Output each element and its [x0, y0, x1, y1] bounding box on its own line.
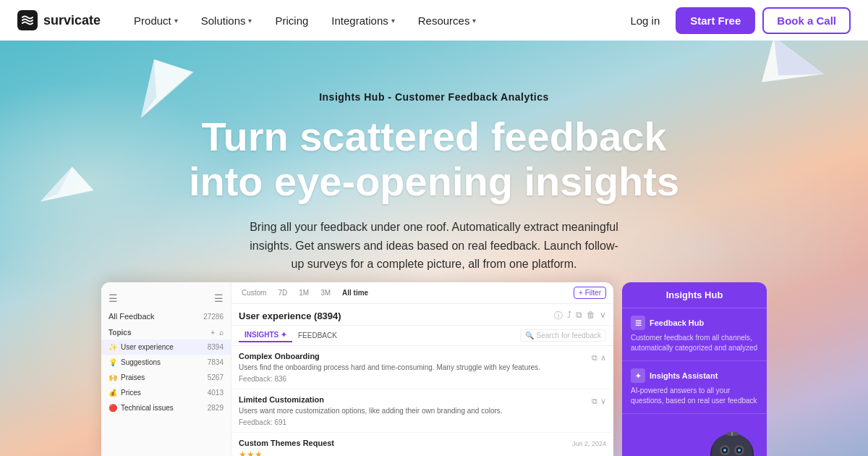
insight-item: Custom Themes Request ★★★ Jun 2, 2024	[231, 433, 613, 456]
topic-count: 5267	[208, 373, 224, 381]
expand-icon[interactable]: ⧉	[592, 397, 597, 406]
insight-item: Complex Onboarding Users find the onboar…	[231, 346, 613, 389]
delete-icon[interactable]: 🗑	[587, 310, 595, 322]
filter-icon: +	[579, 289, 583, 297]
svg-point-15	[738, 449, 741, 452]
all-feedback-label: All Feedback	[109, 312, 155, 321]
expand-icon[interactable]: ⧉	[592, 353, 597, 363]
svg-point-14	[723, 449, 726, 452]
share-icon[interactable]: ⤴	[567, 310, 571, 322]
topic-emoji: 🙌	[109, 373, 117, 381]
nav-resources[interactable]: Resources ▾	[408, 9, 487, 33]
toolbar-alltime[interactable]: All time	[339, 287, 371, 298]
logo-icon	[17, 10, 38, 30]
assistant-icon: ✦	[631, 368, 645, 383]
hub-assistant-item: ✦ Insights Assistant AI-powered answers …	[622, 361, 767, 414]
hero-subtitle: Insights Hub - Customer Feedback Analyti…	[319, 91, 549, 103]
toolbar-7d[interactable]: 7D	[275, 287, 290, 298]
dashboard-sidebar: ☰ ☰ All Feedback 27286 Topics + ⌕ ✨	[101, 282, 231, 456]
logo-text: survicate	[43, 13, 101, 28]
topic-item[interactable]: 🙌 Praises 5267	[101, 370, 231, 385]
navbar: survicate Product ▾ Solutions ▾ Pricing …	[0, 0, 868, 41]
topic-emoji: 💰	[109, 389, 117, 397]
nav-pricing[interactable]: Pricing	[265, 9, 318, 33]
topic-header-row: User experience (8394) ⓘ ⤴ ⧉ 🗑 ∨	[231, 304, 613, 326]
insight-feedback-count: Feedback: 691	[239, 418, 587, 426]
svg-point-9	[712, 434, 752, 456]
nav-right: Log in Start Free Book a Call	[621, 7, 851, 34]
search-icon: 🔍	[525, 332, 534, 339]
info-icon[interactable]: ⓘ	[554, 310, 563, 322]
feedback-hub-icon: ☰	[631, 316, 645, 330]
toggle-icon[interactable]: ∧	[600, 353, 606, 363]
topic-item[interactable]: 💰 Prices 4013	[101, 385, 231, 400]
topic-count: 8394	[208, 343, 224, 351]
login-button[interactable]: Log in	[621, 9, 668, 33]
hub-assistant-desc: AI-powered answers to all your questions…	[631, 386, 758, 406]
toolbar-3m[interactable]: 3M	[318, 287, 333, 298]
toolbar-1m[interactable]: 1M	[296, 287, 312, 298]
insight-title: Complex Onboarding	[239, 352, 587, 360]
dashboard-main: Custom 7D 1M 3M All time + + Filter Filt…	[231, 282, 613, 456]
insight-desc: Users want more customization options, l…	[239, 406, 587, 416]
dashboard-preview: ☰ ☰ All Feedback 27286 Topics + ⌕ ✨	[101, 282, 767, 456]
tab-feedback[interactable]: FEEDBACK	[292, 329, 343, 342]
search-topic-icon[interactable]: ⌕	[219, 329, 224, 337]
topic-item[interactable]: ✨ User experience 8394	[101, 339, 231, 355]
topic-title: User experience (8394)	[239, 311, 341, 321]
chevron-down-icon: ▾	[472, 17, 476, 25]
nav-integrations[interactable]: Integrations ▾	[321, 9, 404, 33]
chevron-down-icon: ▾	[174, 17, 178, 25]
add-topic-icon[interactable]: +	[210, 329, 215, 337]
date-label: Jun 2, 2024	[572, 440, 606, 447]
search-feedback[interactable]: 🔍 Search for feedback	[520, 329, 607, 342]
expand-icon[interactable]: ∨	[600, 310, 606, 322]
insight-title: Custom Themes Request	[239, 439, 568, 447]
hub-feedback-desc: Customer feedback from all channels, aut…	[631, 333, 758, 353]
all-feedback-count: 27286	[203, 313, 224, 321]
topic-count: 4013	[208, 389, 224, 397]
insight-desc: Users find the onboarding process hard a…	[239, 363, 587, 373]
topic-emoji: 💡	[109, 358, 117, 366]
insight-title: Limited Customization	[239, 395, 587, 404]
topic-actions: ⓘ ⤴ ⧉ 🗑 ∨	[554, 310, 606, 322]
hero-section: Insights Hub - Customer Feedback Analyti…	[0, 0, 868, 456]
book-call-button[interactable]: Book a Call	[762, 7, 851, 34]
nav-links: Product ▾ Solutions ▾ Pricing Integratio…	[124, 9, 621, 33]
all-feedback-row: All Feedback 27286	[101, 308, 231, 324]
nav-product[interactable]: Product ▾	[124, 9, 188, 33]
topic-item[interactable]: 💡 Suggestions 7834	[101, 355, 231, 370]
topic-count: 7834	[208, 358, 224, 366]
filter-button[interactable]: + + Filter Filter	[574, 287, 606, 299]
robot-illustration	[622, 414, 767, 456]
topics-header: Topics + ⌕	[101, 324, 231, 339]
topic-name: Suggestions	[121, 358, 161, 366]
insights-hub-title: Insights Hub	[622, 282, 767, 308]
logo[interactable]: survicate	[17, 10, 101, 30]
chevron-down-icon: ▾	[391, 17, 395, 25]
hero-title: Turn scattered feedback into eye-opening…	[189, 114, 679, 203]
copy-icon[interactable]: ⧉	[576, 310, 582, 322]
topic-count: 2829	[208, 404, 224, 412]
topic-emoji: 🔴	[109, 404, 117, 412]
topic-emoji: ✨	[109, 343, 117, 351]
hub-feedback-item: ☰ Feedback Hub Customer feedback from al…	[622, 308, 767, 361]
toolbar-custom[interactable]: Custom	[239, 287, 269, 298]
dashboard-toolbar: Custom 7D 1M 3M All time + + Filter Filt…	[231, 282, 613, 304]
topic-name: Technical issues	[121, 404, 174, 412]
toggle-icon[interactable]: ∨	[600, 397, 606, 406]
insight-item: Limited Customization Users want more cu…	[231, 389, 613, 433]
insights-tabs: INSIGHTS ✦ FEEDBACK 🔍 Search for feedbac…	[231, 326, 613, 346]
topic-name: User experience	[121, 343, 174, 351]
nav-solutions[interactable]: Solutions ▾	[191, 9, 263, 33]
insights-hub-panel: Insights Hub ☰ Feedback Hub Customer fee…	[622, 282, 767, 456]
hero-description: Bring all your feedback under one roof. …	[246, 218, 622, 274]
chevron-down-icon: ▾	[248, 17, 252, 25]
topic-item[interactable]: 🔴 Technical issues 2829	[101, 400, 231, 415]
dashboard-panel: ☰ ☰ All Feedback 27286 Topics + ⌕ ✨	[101, 282, 613, 456]
sidebar-header: ☰ ☰	[101, 288, 231, 308]
topic-name: Praises	[121, 373, 145, 381]
start-free-button[interactable]: Start Free	[676, 7, 755, 34]
insight-feedback-count: Feedback: 836	[239, 375, 587, 383]
tab-insights[interactable]: INSIGHTS ✦	[239, 329, 292, 342]
